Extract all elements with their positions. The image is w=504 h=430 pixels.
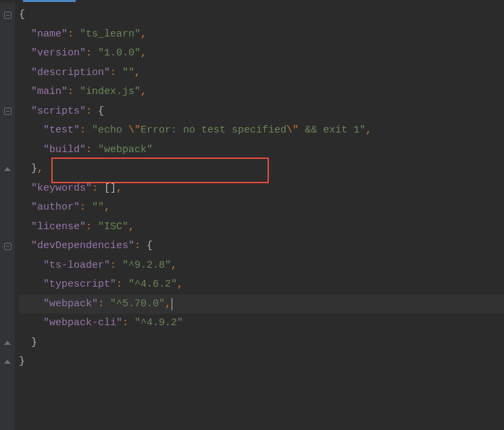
code-line[interactable]: }	[19, 333, 504, 353]
code-line[interactable]: "typescript": "^4.6.2",	[19, 275, 504, 295]
code-line[interactable]: "description": "",	[19, 64, 504, 83]
json-key: "build"	[43, 141, 86, 160]
json-key: "devDependencies"	[31, 237, 134, 256]
json-key: "keywords"	[31, 179, 92, 199]
json-value: "^4.9.2"	[134, 314, 183, 333]
gutter	[0, 3, 15, 430]
json-value: "^5.70.0"	[110, 295, 165, 314]
code-line[interactable]: "author": "",	[19, 198, 504, 218]
code-line[interactable]: "webpack-cli": "^4.9.2"	[19, 314, 504, 333]
code-line[interactable]: }	[19, 352, 504, 372]
code-editor[interactable]: { "name": "ts_learn", "version": "1.0.0"…	[0, 0, 504, 430]
json-value: "ISC"	[98, 218, 128, 237]
json-value: []	[104, 179, 116, 199]
close-brace: }	[19, 352, 25, 372]
fold-toggle-icon[interactable]	[4, 11, 11, 19]
code-line-cursor[interactable]: "webpack": "^5.70.0",	[19, 295, 504, 314]
json-value: ""	[122, 64, 134, 83]
code-line[interactable]: "scripts": {	[19, 102, 504, 122]
code-area[interactable]: { "name": "ts_learn", "version": "1.0.0"…	[15, 3, 504, 430]
code-line[interactable]: "devDependencies": {	[19, 237, 504, 256]
open-brace: {	[19, 5, 25, 25]
json-key: "ts-loader"	[43, 256, 110, 276]
code-line[interactable]: {	[19, 5, 504, 25]
json-key: "webpack-cli"	[43, 314, 122, 333]
code-line[interactable]: "name": "ts_learn",	[19, 25, 504, 45]
json-key: "typescript"	[43, 275, 116, 295]
fold-up-icon[interactable]	[4, 360, 11, 364]
json-key: "main"	[31, 82, 68, 102]
json-value: "^9.2.8"	[122, 256, 171, 276]
json-key: "test"	[43, 121, 80, 141]
code-line[interactable]: "license": "ISC",	[19, 218, 504, 237]
json-key: "version"	[31, 44, 86, 64]
json-value: "1.0.0"	[98, 44, 141, 64]
fold-up-icon[interactable]	[4, 341, 11, 345]
json-value: "index.js"	[80, 82, 141, 102]
active-tab-indicator	[23, 0, 76, 2]
code-line[interactable]: "main": "index.js",	[19, 82, 504, 102]
code-line[interactable]: "keywords": [],	[19, 179, 504, 199]
json-value: "ts_learn"	[80, 25, 141, 45]
fold-toggle-icon[interactable]	[4, 243, 11, 250]
fold-toggle-icon[interactable]	[4, 108, 11, 115]
json-key: "scripts"	[31, 102, 86, 122]
json-key: "author"	[31, 198, 80, 218]
code-line[interactable]: },	[19, 160, 504, 179]
json-value: "webpack"	[98, 141, 153, 160]
code-line[interactable]: "ts-loader": "^9.2.8",	[19, 256, 504, 276]
json-key: "license"	[31, 218, 86, 237]
code-line[interactable]: "version": "1.0.0",	[19, 44, 504, 64]
code-line[interactable]: "test": "echo \"Error: no test specified…	[19, 121, 504, 141]
text-cursor	[172, 298, 172, 310]
json-key: "description"	[31, 64, 110, 83]
json-value: "^4.6.2"	[128, 275, 177, 295]
json-value: ""	[92, 198, 104, 218]
code-line-build[interactable]: "build": "webpack"	[19, 141, 504, 160]
json-key: "name"	[31, 25, 68, 45]
json-key: "webpack"	[43, 295, 98, 314]
fold-up-icon[interactable]	[4, 167, 11, 171]
